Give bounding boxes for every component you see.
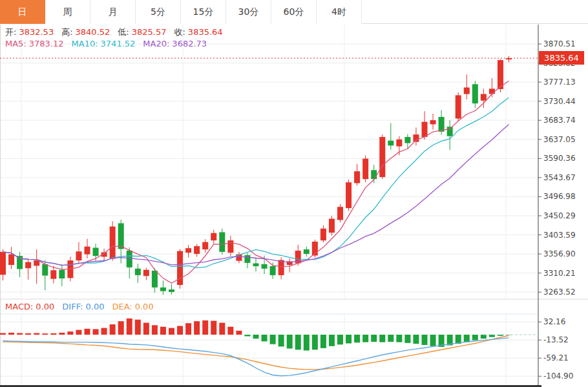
candle-body [447, 127, 453, 136]
candle-body [227, 240, 233, 253]
candle-body [371, 170, 377, 179]
candle-body [219, 232, 225, 251]
candle-body [362, 159, 368, 180]
info-value: 3840.52 [76, 27, 110, 37]
macd-hist-bar [312, 335, 318, 350]
candle-body [472, 84, 478, 103]
macd-hist-bar [85, 329, 90, 335]
info-value: 3832.53 [19, 27, 54, 37]
y-axis-tick-label: 3496.98 [543, 192, 576, 201]
candle-body [211, 233, 216, 240]
macd-info-row: MACD:0.00DIFF:0.00DEA:0.00 [5, 302, 162, 311]
chart-area[interactable]: 3870.513823.823777.133730.443683.743637.… [0, 0, 588, 387]
macd-hist-bar [236, 331, 242, 335]
candle-body [253, 264, 259, 266]
macd-hist-bar [0, 333, 6, 335]
macd-tick-label: 32.16 [543, 317, 565, 326]
candle-body [42, 264, 48, 276]
y-axis-tick-label: 3356.90 [543, 249, 576, 258]
macd-hist-bar [430, 335, 436, 346]
y-axis-tick-label: 3403.59 [543, 231, 576, 240]
macd-hist-bar [25, 333, 31, 335]
candle-body [404, 137, 410, 143]
macd-hist-bar [379, 335, 385, 342]
candle-body [320, 229, 326, 240]
candle-body [135, 269, 141, 275]
macd-hist-bar [50, 333, 56, 335]
macd-hist-bar [278, 335, 284, 346]
candle-body [185, 248, 191, 253]
info-label: MA20: [143, 39, 169, 48]
macd-hist-bar [59, 333, 65, 335]
y-axis-tick-label: 3870.51 [543, 39, 576, 48]
macd-hist-bar [42, 333, 48, 335]
info-value: 3825.57 [132, 27, 167, 37]
macd-hist-bar [253, 335, 259, 339]
y-axis-tick-label: 3683.74 [543, 116, 576, 125]
candle-body [481, 94, 487, 101]
macd-hist-bar [320, 335, 326, 348]
info-label: MA10: [72, 39, 98, 48]
macd-hist-bar [93, 329, 99, 335]
macd-tick-label: -59.21 [543, 353, 569, 362]
candle-body [304, 249, 310, 254]
info-value: 0.00 [135, 302, 154, 311]
candle-body [456, 95, 461, 118]
candle-body [93, 248, 99, 256]
macd-hist-bar [76, 330, 81, 335]
y-axis-tick-label: 3450.29 [543, 211, 576, 220]
macd-hist-bar [17, 333, 23, 335]
candle-body [388, 141, 394, 146]
candle-body [152, 271, 158, 288]
macd-hist-bar [8, 333, 14, 335]
candle-body [50, 270, 56, 278]
info-value: 3835.64 [188, 27, 223, 37]
candle-body [34, 260, 39, 266]
candle-body [379, 137, 385, 177]
macd-hist-bar [270, 335, 276, 344]
info-label: 高: [61, 27, 72, 37]
y-axis-tick-label: 3263.52 [543, 288, 576, 297]
macd-hist-bar [481, 335, 487, 339]
info-label: 收: [174, 27, 185, 37]
candle-body [143, 270, 149, 276]
macd-hist-bar [388, 335, 394, 342]
info-label: 开: [5, 27, 16, 37]
macd-hist-bar [135, 320, 141, 335]
info-label: DIFF: [62, 302, 83, 311]
macd-hist-bar [362, 335, 368, 342]
candle-body [244, 255, 250, 263]
candle-body [489, 89, 495, 94]
candle-body [169, 289, 174, 292]
macd-hist-bar [329, 335, 335, 346]
candle-body [270, 266, 276, 275]
macd-hist-bar [202, 320, 208, 335]
macd-hist-bar [219, 323, 225, 335]
macd-hist-bar [262, 335, 268, 341]
info-value: 0.00 [36, 302, 54, 311]
macd-hist-bar [194, 321, 200, 335]
candle-body [278, 260, 284, 275]
macd-hist-bar [118, 321, 124, 335]
y-axis-tick-label: 3777.13 [543, 78, 576, 87]
chart-window: 日周月5分15分30分60分4时 3870.513823.823777.1337… [0, 0, 588, 387]
macd-hist-bar [143, 323, 149, 335]
candle-body [337, 207, 343, 220]
current-price-tag: 3835.64 [539, 51, 584, 65]
macd-hist-bar [396, 335, 402, 342]
macd-hist-bar [160, 327, 166, 335]
ohlc-info-row: 开:3832.53高:3840.52低:3825.57收:3835.64 [5, 26, 231, 38]
macd-hist-bar [295, 335, 301, 350]
macd-hist-bar [371, 335, 377, 342]
macd-tick-label: -104.90 [543, 371, 573, 381]
y-axis-tick-label: 3310.21 [543, 269, 576, 278]
macd-hist-bar [287, 335, 293, 348]
candle-body [202, 242, 208, 249]
candle-body [160, 288, 166, 291]
macd-hist-bar [304, 335, 310, 351]
candle-body [110, 227, 116, 259]
info-value: 3682.73 [172, 39, 207, 48]
candle-body [430, 120, 436, 124]
macd-hist-bar [110, 324, 116, 335]
macd-hist-bar [211, 321, 216, 335]
